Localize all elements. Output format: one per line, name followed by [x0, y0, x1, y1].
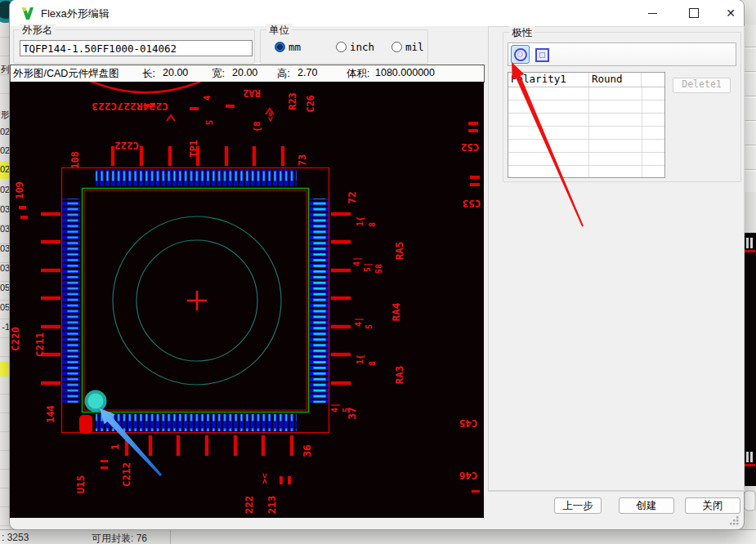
width-value: 20.00: [232, 67, 257, 78]
height-value: 2.70: [297, 67, 317, 78]
background-row: 02: [0, 145, 10, 160]
unit-option-label: inch: [350, 41, 374, 53]
background-app-strip: [744, 0, 756, 544]
resize-grip[interactable]: [729, 515, 740, 526]
silk-label: {8: [252, 121, 262, 132]
pin-number: 108: [69, 151, 81, 169]
pin-number: 73: [297, 154, 308, 166]
silk-label: C45: [459, 417, 478, 430]
previous-step-button[interactable]: 上一步: [554, 497, 602, 514]
close-button[interactable]: ✕: [713, 0, 749, 26]
delete1-button[interactable]: Delete1: [673, 78, 731, 93]
square-tool-button[interactable]: [535, 48, 549, 62]
silk-labels: C224R227C223 RA2 R23 C26 C222 TP1 5 4 {8…: [10, 87, 481, 514]
length-label: 长:: [142, 67, 155, 81]
pad-row-bottom: [96, 414, 297, 431]
background-row: -1: [0, 322, 10, 337]
status-separator: [170, 530, 171, 544]
circle-tool-icon: [514, 48, 527, 61]
background-row: 03: [0, 204, 10, 219]
app-logo-icon: [21, 7, 35, 20]
silk-label: C211: [34, 332, 46, 357]
silk-label: C222: [114, 140, 139, 152]
pin-number: 36: [301, 444, 313, 457]
silk-dashes: [19, 104, 480, 493]
info-title: 外形图/CAD元件焊盘图: [13, 67, 119, 81]
silk-label: C52: [461, 141, 480, 154]
background-highlight-cell: [0, 362, 10, 377]
flexa-shape-editor-dialog: Flexa外形编辑 ✕ 外形名 单位 mm inch mil 外形图/CAD元件…: [10, 0, 744, 529]
silk-label: R23: [287, 92, 298, 110]
column-divider: [642, 87, 642, 177]
shape-name-label: 外形名: [20, 24, 56, 38]
silk-label: 5: [204, 120, 215, 126]
polarity-table[interactable]: Polarity1 Round: [508, 72, 665, 178]
shape-name-group: 外形名: [13, 29, 255, 64]
close-dialog-button[interactable]: 关闭: [685, 497, 740, 514]
silk-label: 4: [202, 95, 212, 100]
pad-column-right: [310, 198, 329, 403]
radio-icon: [336, 42, 347, 52]
cad-canvas[interactable]: C224R227C223 RA2 R23 C26 C222 TP1 5 4 {8…: [10, 82, 484, 518]
background-row: 03: [0, 263, 10, 278]
unit-radio-inch[interactable]: inch: [336, 41, 374, 53]
unit-group: 单位 mm inch mil: [260, 29, 428, 64]
width-label: 宽:: [212, 67, 225, 81]
silk-label: C26: [305, 95, 316, 113]
silk-label: C220: [10, 327, 21, 351]
silk-label: U15: [74, 475, 87, 494]
unit-radio-mm[interactable]: mm: [275, 41, 301, 53]
silk-label: RA4: [390, 303, 402, 322]
column-header-round: Round: [589, 73, 642, 87]
length-value: 20.00: [163, 67, 188, 78]
column-divider: [588, 87, 589, 177]
maximize-icon: [689, 8, 699, 18]
silk-label: 58: [374, 264, 383, 274]
polarity-panel: 极性 Polarity1 Round Delete1: [488, 26, 745, 492]
silk-label: 222: [243, 496, 255, 515]
unit-option-label: mil: [405, 41, 424, 53]
minimize-button[interactable]: [634, 0, 670, 26]
pin-number: 72: [346, 191, 358, 204]
background-row: 02: [0, 127, 10, 141]
maximize-button[interactable]: [676, 0, 712, 26]
silk-label: 5: [342, 408, 351, 412]
background-row: 03: [0, 224, 10, 239]
silk-label: 213: [266, 496, 278, 515]
volume-label: 体积:: [347, 67, 369, 81]
pad-column-left: [62, 198, 80, 403]
background-row: 02: [0, 164, 10, 179]
shape-name-input[interactable]: [20, 40, 253, 56]
title-bar[interactable]: Flexa外形编辑 ✕: [10, 0, 744, 26]
silk-carets: [167, 109, 274, 121]
background-table-strip: 列 形 02 02 02 02 03 03 03 03 05 05 -1: [0, 0, 10, 544]
background-row: 02: [0, 185, 10, 199]
square-tool-icon: [539, 52, 545, 58]
polarity-table-body: [508, 87, 664, 177]
circle-tool-button[interactable]: [511, 45, 530, 64]
radio-icon: [391, 42, 402, 52]
close-icon: ✕: [726, 7, 736, 19]
silk-label: <=: [266, 112, 275, 122]
neighbor-silk-arc: [86, 82, 200, 92]
polarity-marker-dot: [88, 394, 104, 409]
background-row: 03: [0, 243, 10, 258]
polarity-table-header: Polarity1 Round: [508, 73, 664, 87]
pin-number: 1: [110, 444, 121, 449]
silk-label: RA2: [243, 87, 261, 99]
silk-label: 4|: [352, 256, 362, 266]
unit-radio-mil[interactable]: mil: [391, 41, 424, 53]
silk-label: RA3: [393, 366, 405, 385]
pcb-footprint-drawing: C224R227C223 RA2 R23 C26 C222 TP1 5 4 {8…: [10, 82, 484, 518]
silk-label: 4|: [354, 317, 364, 327]
pin1-pad: [79, 415, 92, 434]
status-available-packages: 可用封装: 76: [92, 532, 147, 544]
create-button[interactable]: 创建: [619, 497, 674, 514]
volume-value: 1080.000000: [375, 67, 435, 78]
height-label: 高:: [277, 67, 290, 81]
silk-label: 8: [368, 361, 377, 366]
silk-label: C53: [463, 198, 481, 210]
background-row: 05: [0, 283, 10, 297]
center-cross: [187, 291, 207, 310]
unit-label: 单位: [266, 24, 292, 38]
